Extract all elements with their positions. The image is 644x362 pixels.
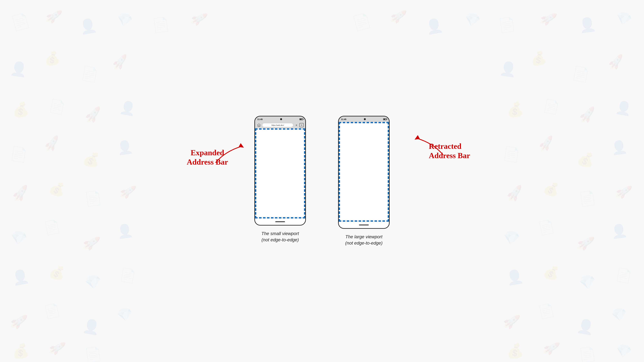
svg-marker-78 — [414, 135, 420, 140]
svg-text:👤: 👤 — [424, 17, 444, 36]
home-icon — [257, 123, 261, 127]
svg-text:📄: 📄 — [151, 15, 170, 34]
right-battery-icon — [383, 118, 387, 120]
svg-text:💰: 💰 — [505, 342, 525, 361]
retracted-label-line2: Address Bar — [429, 151, 470, 160]
svg-text:📄: 📄 — [9, 11, 32, 33]
home-button[interactable] — [257, 123, 261, 127]
svg-text:🚀: 🚀 — [44, 7, 63, 25]
left-phone: 11:45 https://web.dev/ + — [254, 116, 306, 226]
svg-text:🚀: 🚀 — [189, 9, 209, 28]
svg-text:💎: 💎 — [614, 342, 633, 360]
svg-text:🚀: 🚀 — [82, 234, 101, 253]
svg-text:💎: 💎 — [578, 273, 597, 292]
add-tab-button[interactable]: + — [294, 123, 298, 127]
left-caption-line1: The small viewport — [261, 231, 299, 236]
right-dashed-border — [339, 122, 389, 222]
svg-text:👤: 👤 — [610, 139, 628, 156]
right-caption-line2: (not edge-to-edge) — [345, 241, 382, 246]
svg-text:📄: 📄 — [42, 218, 62, 237]
svg-text:🚀: 🚀 — [542, 339, 561, 357]
svg-text:💎: 💎 — [84, 273, 103, 292]
svg-text:💎: 💎 — [502, 229, 521, 247]
right-caption-line1: The large viewport — [345, 234, 382, 239]
tabs-count-button[interactable]: 5 — [300, 123, 304, 127]
svg-text:📄: 📄 — [542, 98, 561, 116]
svg-text:💰: 💰 — [11, 100, 30, 119]
svg-text:💰: 💰 — [542, 263, 561, 282]
svg-text:👤: 👤 — [116, 222, 134, 240]
right-battery — [383, 118, 387, 120]
left-viewport — [255, 128, 305, 219]
svg-text:📄: 📄 — [537, 302, 556, 320]
svg-text:💰: 💰 — [542, 180, 561, 198]
svg-text:🚀: 🚀 — [578, 106, 597, 124]
retracted-address-bar-label: Retracted Address Bar — [429, 142, 470, 160]
svg-text:💰: 💰 — [42, 49, 62, 67]
svg-text:🚀: 🚀 — [111, 53, 129, 71]
left-phone-wrapper: Expanded Address Bar 11:45 — [254, 116, 306, 243]
svg-text:📄: 📄 — [84, 346, 103, 362]
svg-marker-77 — [238, 143, 244, 148]
left-battery-fill — [300, 119, 302, 119]
right-home-indicator — [359, 225, 369, 225]
left-address-bar[interactable]: https://web.dev/ + 5 — [255, 122, 305, 128]
left-status-bar: 11:45 — [255, 116, 305, 122]
svg-text:📄: 📄 — [614, 266, 633, 284]
svg-text:📄: 📄 — [571, 65, 591, 84]
svg-text:🚀: 🚀 — [389, 7, 408, 25]
left-caption: The small viewport (not edge-to-edge) — [261, 230, 299, 243]
url-bar[interactable]: https://web.dev/ — [262, 123, 293, 127]
left-caption-line2: (not edge-to-edge) — [262, 237, 299, 242]
main-container: Expanded Address Bar 11:45 — [254, 116, 390, 246]
svg-text:📄: 📄 — [537, 218, 556, 237]
svg-text:💎: 💎 — [614, 9, 634, 28]
left-camera-dot — [280, 118, 282, 120]
svg-text:💰: 💰 — [529, 49, 548, 67]
svg-text:💎: 💎 — [115, 11, 134, 29]
svg-text:🚀: 🚀 — [48, 339, 67, 357]
svg-text:📄: 📄 — [42, 302, 62, 320]
svg-text:📄: 📄 — [80, 65, 100, 84]
left-home-indicator — [275, 221, 285, 222]
svg-text:💎: 💎 — [116, 306, 134, 323]
svg-text:🚀: 🚀 — [538, 9, 558, 28]
svg-text:👤: 👤 — [576, 317, 596, 336]
svg-text:💰: 💰 — [48, 263, 67, 282]
right-battery-fill — [384, 119, 386, 119]
right-viewport — [339, 122, 389, 222]
svg-text:👤: 👤 — [11, 268, 30, 287]
svg-text:💰: 💰 — [82, 150, 101, 169]
svg-text:🚀: 🚀 — [11, 184, 30, 203]
tabs-count: 5 — [301, 124, 302, 126]
svg-text:🚀: 🚀 — [502, 313, 521, 331]
expanded-label-line1: Expanded — [190, 148, 224, 157]
right-camera-dot — [364, 118, 366, 120]
svg-text:📄: 📄 — [578, 189, 597, 208]
left-battery-icon — [300, 118, 303, 120]
svg-text:📄: 📄 — [9, 145, 28, 164]
svg-text:📄: 📄 — [48, 98, 67, 116]
svg-text:📄: 📄 — [351, 11, 373, 33]
expanded-label-line2: Address Bar — [187, 157, 228, 166]
svg-text:📄: 📄 — [578, 346, 597, 362]
svg-text:👤: 👤 — [498, 60, 518, 78]
svg-text:👤: 👤 — [82, 317, 101, 336]
svg-text:🚀: 🚀 — [607, 53, 625, 71]
svg-text:💎: 💎 — [610, 306, 628, 323]
svg-text:👤: 👤 — [610, 222, 628, 240]
svg-text:🚀: 🚀 — [119, 183, 137, 201]
expanded-address-bar-label: Expanded Address Bar — [187, 148, 228, 167]
svg-text:💰: 💰 — [576, 150, 596, 169]
svg-text:👤: 👤 — [505, 268, 525, 287]
retracted-label-line1: Retracted — [429, 142, 462, 150]
left-dashed-border — [255, 128, 305, 219]
svg-text:🚀: 🚀 — [84, 106, 103, 124]
svg-text:👤: 👤 — [9, 60, 28, 78]
svg-text:📄: 📄 — [502, 145, 521, 164]
svg-text:💰: 💰 — [11, 342, 30, 361]
right-time: 11:45 — [341, 118, 346, 120]
svg-text:💰: 💰 — [505, 100, 525, 119]
svg-text:💎: 💎 — [9, 229, 28, 247]
left-time: 11:45 — [257, 118, 262, 120]
